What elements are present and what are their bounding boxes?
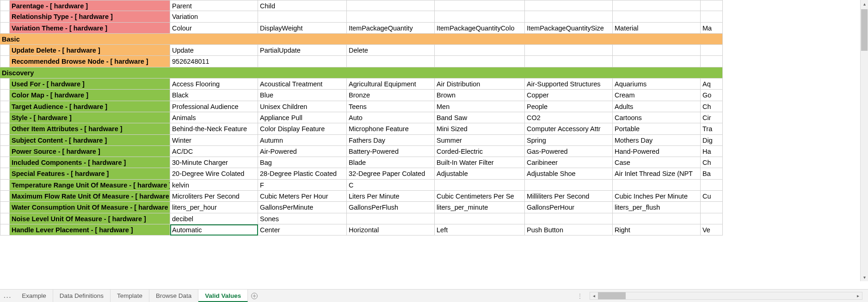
data-cell[interactable]: Child [258, 0, 347, 11]
sheet-tab[interactable]: Example [15, 290, 53, 302]
data-cell[interactable]: Air Inlet Thread Size (NPT [613, 168, 701, 179]
data-cell[interactable] [701, 45, 723, 56]
data-cell[interactable] [525, 180, 613, 191]
data-cell[interactable]: Adults [613, 101, 701, 112]
data-cell[interactable]: Acoustical Treatment [258, 79, 347, 90]
data-cell[interactable]: C [347, 180, 435, 191]
row-label[interactable]: Handle Lever Placement - [ hardware ] [10, 224, 170, 236]
vertical-scroll-thumb[interactable] [861, 9, 868, 51]
row-label[interactable]: Noise Level Unit Of Measure - [ hardware… [10, 213, 170, 224]
row-label[interactable]: Subject Content - [ hardware ] [10, 135, 170, 146]
data-cell[interactable]: Cream [613, 90, 701, 101]
data-cell[interactable]: Mini Sized [435, 123, 525, 134]
data-cell[interactable] [435, 56, 525, 67]
data-cell[interactable] [701, 56, 723, 67]
data-cell[interactable] [525, 11, 613, 22]
data-cell[interactable]: Band Saw [435, 112, 525, 123]
data-cell[interactable]: 28-Degree Plastic Coated [258, 168, 347, 179]
sheet-tab[interactable]: Browse Data [149, 290, 198, 302]
data-cell[interactable]: Cu [701, 191, 723, 202]
data-cell[interactable]: Built-In Water Filter [435, 157, 525, 168]
data-cell[interactable]: F [258, 180, 347, 191]
data-cell[interactable]: People [525, 101, 613, 112]
data-cell[interactable]: Case [613, 157, 701, 168]
data-cell[interactable]: CO2 [525, 112, 613, 123]
data-cell[interactable]: Right [613, 224, 701, 236]
data-cell[interactable] [525, 213, 613, 224]
vertical-scrollbar[interactable]: ▴ ▾ [860, 0, 868, 281]
data-cell[interactable] [613, 45, 701, 56]
data-cell[interactable]: Ve [701, 224, 723, 236]
data-cell[interactable]: Autumn [258, 135, 347, 146]
data-cell[interactable]: Cir [701, 112, 723, 123]
data-cell[interactable] [258, 56, 347, 67]
data-cell[interactable] [701, 180, 723, 191]
row-label[interactable]: Maximum Flow Rate Unit Of Measure - [ ha… [10, 191, 170, 202]
data-cell[interactable]: Color Display Feature [258, 123, 347, 134]
data-cell[interactable]: Cubic Meters Per Hour [258, 191, 347, 202]
row-label[interactable]: Style - [ hardware ] [10, 112, 170, 123]
data-cell[interactable]: Dig [701, 135, 723, 146]
data-cell[interactable] [435, 213, 525, 224]
row-label[interactable]: Relationship Type - [ hardware ] [10, 11, 170, 22]
data-cell[interactable]: Material [613, 23, 701, 34]
data-cell[interactable]: Corded-Electric [435, 146, 525, 157]
data-cell[interactable] [613, 0, 701, 11]
data-cell[interactable]: Milliliters Per Second [525, 191, 613, 202]
data-cell[interactable]: Sones [258, 213, 347, 224]
row-label[interactable]: Other Item Attributes - [ hardware ] [10, 123, 170, 134]
horizontal-scroll-thumb[interactable] [598, 292, 626, 299]
data-cell[interactable]: 30-Minute Charger [170, 157, 258, 168]
data-cell[interactable]: Hand-Powered [613, 146, 701, 157]
data-cell[interactable]: Variation [170, 11, 258, 22]
data-cell[interactable] [701, 213, 723, 224]
data-cell[interactable]: Animals [170, 112, 258, 123]
data-cell[interactable] [525, 45, 613, 56]
scroll-right-arrow[interactable]: ▸ [854, 292, 862, 299]
data-cell[interactable] [435, 0, 525, 11]
data-cell[interactable] [435, 45, 525, 56]
section-header[interactable]: Discovery [0, 67, 723, 79]
data-cell[interactable]: PartialUpdate [258, 45, 347, 56]
data-cell[interactable]: Portable [613, 123, 701, 134]
data-cell[interactable]: Air-Supported Structures [525, 79, 613, 90]
data-cell[interactable]: Go [701, 90, 723, 101]
data-cell[interactable]: Ba [701, 168, 723, 179]
row-label[interactable]: Update Delete - [ hardware ] [10, 45, 170, 56]
new-sheet-button[interactable] [248, 290, 261, 302]
data-cell[interactable]: Adjustable Shoe [525, 168, 613, 179]
row-label[interactable]: Parentage - [ hardware ] [10, 0, 170, 11]
data-cell[interactable]: Left [435, 224, 525, 236]
data-cell[interactable]: Colour [170, 23, 258, 34]
data-cell[interactable]: Center [258, 224, 347, 236]
data-cell[interactable]: Adjustable [435, 168, 525, 179]
data-cell[interactable]: Agricultural Equipment [347, 79, 435, 90]
data-cell[interactable] [347, 0, 435, 11]
data-cell[interactable]: ItemPackageQuantity [347, 23, 435, 34]
data-cell[interactable]: Horizontal [347, 224, 435, 236]
data-cell[interactable]: Ch [701, 101, 723, 112]
data-cell[interactable]: Caribineer [525, 157, 613, 168]
row-label[interactable]: Recommended Browse Node - [ hardware ] [10, 56, 170, 67]
data-cell[interactable]: ItemPackageQuantityColo [435, 23, 525, 34]
data-cell[interactable]: Tra [701, 123, 723, 134]
data-cell[interactable]: Fathers Day [347, 135, 435, 146]
data-cell[interactable]: Delete [347, 45, 435, 56]
data-cell[interactable]: Auto [347, 112, 435, 123]
data-cell[interactable]: liters_per_minute [435, 202, 525, 213]
data-cell[interactable]: liters_per_flush [613, 202, 701, 213]
data-cell[interactable]: GallonsPerMinute [258, 202, 347, 213]
data-cell[interactable]: Air-Powered [258, 146, 347, 157]
data-cell[interactable]: GallonsPerFlush [347, 202, 435, 213]
data-cell[interactable]: ItemPackageQuantitySize [525, 23, 613, 34]
data-cell[interactable]: liters_per_hour [170, 202, 258, 213]
row-label[interactable]: Included Components - [ hardware ] [10, 157, 170, 168]
data-cell[interactable]: Bag [258, 157, 347, 168]
data-cell[interactable]: Air Distribution [435, 79, 525, 90]
scroll-down-arrow[interactable]: ▾ [861, 273, 868, 281]
data-cell[interactable]: Cubic Centimeters Per Se [435, 191, 525, 202]
data-cell[interactable]: 32-Degree Paper Colated [347, 168, 435, 179]
data-cell[interactable] [525, 0, 613, 11]
row-label[interactable]: Variation Theme - [ hardware ] [10, 23, 170, 34]
tab-split-handle[interactable]: ⋮ [577, 292, 583, 300]
